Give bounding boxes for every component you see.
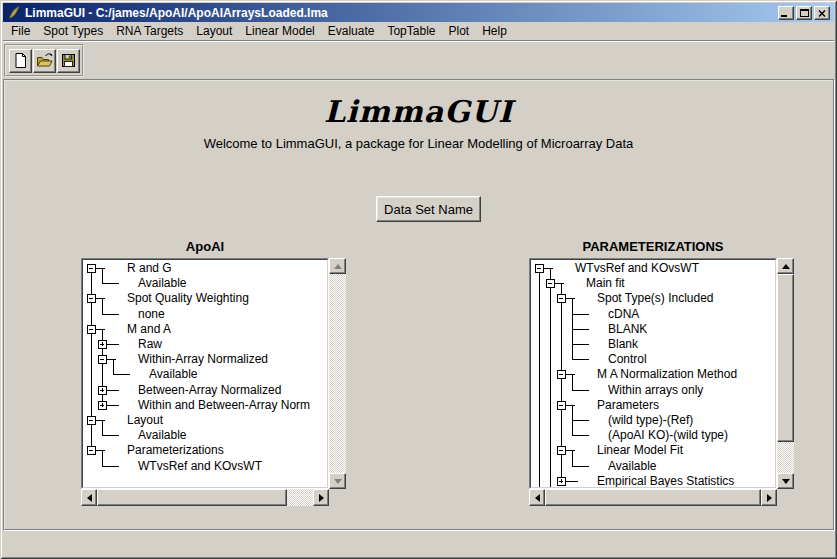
tree-node[interactable]: none (138, 307, 165, 321)
scroll-up-button[interactable] (329, 258, 346, 274)
app-window: LimmaGUI - C:/james/ApoAI/ApoAIArraysLoa… (0, 0, 837, 559)
menu-spot-types[interactable]: Spot Types (38, 23, 108, 39)
welcome-text: Welcome to LimmaGUI, a package for Linea… (4, 136, 833, 151)
tree-node[interactable]: Spot Type(s) Included (597, 291, 714, 305)
up-arrow-icon (334, 264, 342, 269)
tree-node[interactable]: M A Normalization Method (597, 367, 737, 381)
tk-feather-icon (6, 5, 22, 20)
down-arrow-icon (782, 479, 790, 484)
tree-node[interactable]: BLANK (608, 322, 647, 336)
scroll-down-button[interactable] (329, 473, 346, 489)
tree-node[interactable]: Blank (608, 337, 639, 351)
tree-node[interactable]: WTvsRef and KOvsWT (575, 261, 700, 275)
menu-linear-model[interactable]: Linear Model (240, 23, 319, 39)
data-set-name-button[interactable]: Data Set Name (376, 196, 481, 222)
parameterizations-horizontal-scrollbar[interactable] (529, 489, 777, 506)
tree-node[interactable]: Available (608, 459, 657, 473)
scroll-right-button[interactable] (313, 489, 329, 506)
tree-node[interactable]: M and A (127, 322, 171, 336)
titlebar[interactable]: LimmaGUI - C:/james/ApoAI/ApoAIArraysLoa… (3, 3, 834, 22)
right-arrow-icon (319, 494, 324, 502)
new-document-icon (12, 52, 29, 69)
close-button[interactable] (814, 6, 830, 20)
tree-node[interactable]: Raw (138, 337, 162, 351)
menu-evaluate[interactable]: Evaluate (323, 23, 380, 39)
scroll-down-button[interactable] (777, 473, 794, 489)
tree-node[interactable]: Available (138, 276, 187, 290)
tree-node[interactable]: cDNA (608, 307, 639, 321)
menu-help[interactable]: Help (477, 23, 512, 39)
menu-layout[interactable]: Layout (191, 23, 237, 39)
tree-node[interactable]: Parameterizations (127, 443, 224, 457)
scroll-left-button[interactable] (529, 489, 545, 506)
tree-node[interactable]: Available (138, 428, 187, 442)
close-icon (818, 10, 826, 17)
menu-plot[interactable]: Plot (443, 23, 474, 39)
right-tree-header: PARAMETERIZATIONS (529, 239, 777, 254)
menubar: File Spot Types RNA Targets Layout Linea… (3, 22, 834, 40)
tree-node[interactable]: Between-Array Normalized (138, 383, 281, 397)
apoai-horizontal-scrollbar[interactable] (81, 489, 329, 506)
scroll-right-button[interactable] (761, 489, 777, 506)
maximize-button[interactable] (796, 6, 812, 20)
menu-rna-targets[interactable]: RNA Targets (111, 23, 188, 39)
tree-node[interactable]: Available (149, 367, 198, 381)
open-file-button[interactable] (33, 49, 56, 73)
tree-node[interactable]: (wild type)-(Ref) (608, 413, 693, 427)
tree-node[interactable]: Within and Between-Array Norm (138, 398, 310, 412)
tree-node[interactable]: (ApoAI KO)-(wild type) (608, 428, 728, 442)
tree-node[interactable]: Empirical Bayes Statistics (597, 474, 734, 487)
parameterizations-vertical-scrollbar[interactable] (777, 258, 794, 489)
save-file-button[interactable] (57, 49, 80, 73)
toolbar (4, 44, 84, 77)
tree-node[interactable]: Parameters (597, 398, 659, 412)
apoai-tree-canvas[interactable]: R and G Available Spot Quality Weighting… (81, 258, 329, 489)
parameterizations-tree: WTvsRef and KOvsWT Main fit Spot Type(s)… (529, 258, 794, 506)
menubar-separator (3, 40, 834, 42)
horizontal-scroll-thumb[interactable] (545, 489, 761, 506)
apoai-tree: R and G Available Spot Quality Weighting… (81, 258, 346, 506)
tree-node[interactable]: Layout (127, 413, 164, 427)
right-arrow-icon (767, 494, 772, 502)
tree-node[interactable]: Within-Array Normalized (138, 352, 268, 366)
horizontal-scroll-thumb[interactable] (97, 489, 287, 506)
tree-node[interactable]: Spot Quality Weighting (127, 291, 249, 305)
vertical-scroll-thumb[interactable] (777, 274, 794, 442)
scroll-left-button[interactable] (81, 489, 97, 506)
window-controls (778, 6, 830, 20)
save-floppy-icon (60, 52, 77, 69)
scroll-up-button[interactable] (777, 258, 794, 274)
main-content: LimmaGUI Welcome to LimmaGUI, a package … (3, 79, 834, 530)
left-arrow-icon (87, 494, 92, 502)
minimize-icon (781, 15, 787, 17)
tree-node[interactable]: Linear Model Fit (597, 443, 684, 457)
up-arrow-icon (782, 264, 790, 269)
tree-node[interactable]: WTvsRef and KOvsWT (138, 459, 263, 473)
tree-node[interactable]: Within arrays only (608, 383, 703, 397)
maximize-icon (800, 9, 809, 17)
menu-toptable[interactable]: TopTable (382, 23, 440, 39)
tree-connector-lines (91, 268, 130, 466)
menu-file[interactable]: File (6, 23, 35, 39)
parameterizations-tree-canvas[interactable]: WTvsRef and KOvsWT Main fit Spot Type(s)… (529, 258, 777, 489)
left-arrow-icon (535, 494, 540, 502)
minimize-button[interactable] (778, 6, 794, 20)
new-file-button[interactable] (9, 49, 32, 73)
tree-node[interactable]: Main fit (586, 276, 625, 290)
left-tree-header: ApoAI (81, 239, 329, 254)
apoai-vertical-scrollbar[interactable] (329, 258, 346, 489)
window-title: LimmaGUI - C:/james/ApoAI/ApoAIArraysLoa… (25, 6, 778, 20)
tree-node[interactable]: Control (608, 352, 647, 366)
tree-node[interactable]: R and G (127, 261, 172, 275)
down-arrow-icon (334, 479, 342, 484)
open-folder-icon (36, 52, 54, 69)
page-title: LimmaGUI (4, 94, 833, 129)
